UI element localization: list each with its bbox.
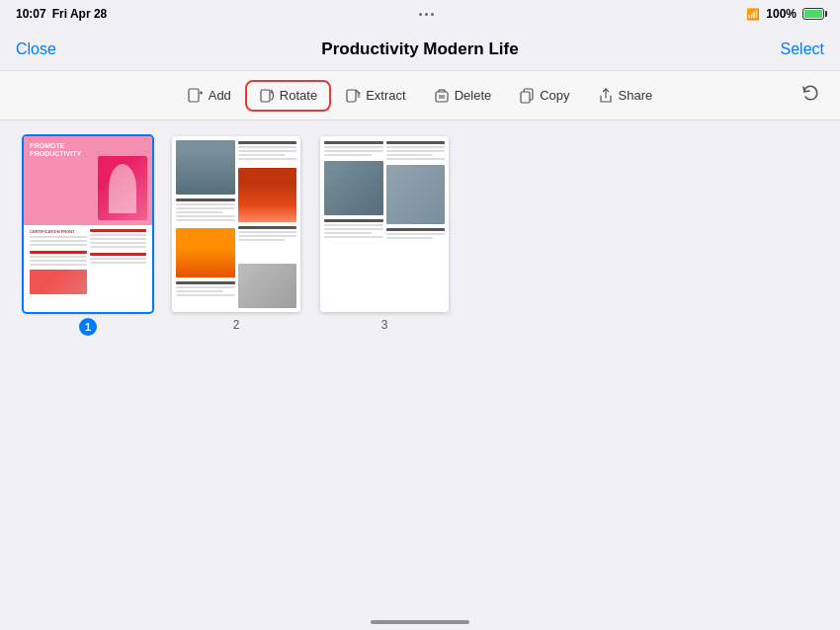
page2-inner — [172, 136, 300, 312]
battery-icon — [802, 8, 824, 20]
svg-rect-0 — [189, 89, 199, 102]
text-line — [324, 232, 372, 234]
copy-button[interactable]: Copy — [507, 82, 581, 110]
add-label: Add — [209, 88, 231, 103]
text-line — [176, 207, 235, 209]
page1-col2 — [90, 229, 147, 308]
text-line — [30, 240, 87, 242]
dots-menu — [419, 13, 434, 16]
text-line — [386, 146, 446, 148]
text-line — [238, 231, 297, 233]
page-3-thumbnail[interactable] — [320, 136, 449, 312]
page-2-thumbnail[interactable] — [172, 136, 300, 312]
section-title-1: CERTIFICATION FRONT — [30, 229, 87, 234]
text-line — [176, 198, 235, 201]
page2-img-hand — [238, 264, 297, 308]
text-line — [30, 264, 87, 266]
close-button[interactable]: Close — [16, 40, 56, 58]
text-line — [324, 219, 383, 222]
page-2-container[interactable]: 2 — [172, 136, 300, 332]
battery-fill — [804, 10, 822, 18]
dot2 — [425, 13, 428, 16]
delete-icon — [434, 88, 450, 104]
copy-icon — [519, 88, 535, 104]
page3-text1 — [324, 140, 383, 158]
page2-text2 — [176, 280, 235, 308]
page2-img-light — [176, 228, 235, 277]
rotate-label: Rotate — [280, 88, 317, 103]
page-1-number: 1 — [85, 321, 91, 333]
text-line — [238, 235, 297, 237]
text-line — [90, 246, 147, 248]
page3-col2 — [386, 140, 446, 308]
page1-hero-image — [98, 156, 147, 220]
page-3-number: 3 — [381, 318, 388, 332]
copy-label: Copy — [540, 88, 569, 103]
share-icon — [598, 88, 614, 104]
rotate-icon — [259, 88, 275, 104]
page1-top: PROMOTE PRODUCTIVITY — [24, 136, 152, 225]
page-1-thumbnail[interactable]: PROMOTE PRODUCTIVITY CERTIFICATION FRONT — [24, 136, 152, 312]
share-button[interactable]: Share — [586, 82, 665, 110]
page-1-badge: 1 — [79, 318, 97, 336]
text-line — [176, 294, 235, 296]
rotate-button[interactable]: Rotate — [247, 82, 329, 110]
toolbar: Add Rotate Extract Delete — [0, 71, 840, 120]
text-line — [90, 258, 147, 260]
text-line — [324, 228, 383, 230]
status-left: 10:07 Fri Apr 28 — [16, 7, 107, 21]
extract-label: Extract — [366, 88, 405, 103]
text-line — [30, 260, 87, 262]
svg-rect-3 — [261, 90, 270, 102]
text-line — [386, 228, 446, 231]
wifi-icon: 📶 — [746, 8, 760, 21]
page1-bottom: CERTIFICATION FRONT — [24, 225, 152, 312]
text-line — [324, 224, 383, 226]
home-indicator — [371, 620, 469, 624]
text-line — [238, 226, 297, 229]
dot3 — [431, 13, 434, 16]
text-line — [386, 158, 446, 160]
text-line — [176, 290, 223, 292]
page-2-number: 2 — [233, 318, 240, 332]
text-line — [324, 141, 383, 144]
page-3-container[interactable]: 3 — [320, 136, 449, 332]
text-line — [386, 237, 434, 239]
text-line — [176, 286, 235, 288]
select-button[interactable]: Select — [781, 40, 824, 58]
status-right: 📶 100% — [746, 7, 824, 21]
delete-button[interactable]: Delete — [422, 82, 504, 110]
undo-button[interactable] — [793, 79, 828, 112]
date-label: Fri Apr 28 — [52, 7, 108, 21]
battery-label: 100% — [766, 7, 797, 21]
text-line — [238, 150, 297, 152]
text-line — [176, 281, 235, 284]
status-bar: 10:07 Fri Apr 28 📶 100% — [0, 0, 840, 28]
text-line — [238, 146, 297, 148]
add-button[interactable]: Add — [176, 82, 243, 110]
text-line — [324, 236, 383, 238]
text-line — [90, 238, 147, 240]
page3-text4 — [386, 227, 446, 308]
text-line — [30, 256, 87, 258]
text-line — [324, 146, 383, 148]
extract-button[interactable]: Extract — [333, 82, 417, 110]
page1-col1: CERTIFICATION FRONT — [30, 229, 87, 308]
text-line — [324, 154, 372, 156]
page2-text4 — [238, 225, 297, 261]
page-3-label: 3 — [381, 318, 388, 332]
page-2-label: 2 — [233, 318, 240, 332]
text-line — [30, 236, 87, 238]
text-line — [238, 158, 297, 160]
share-label: Share — [619, 88, 653, 103]
page-1-container[interactable]: PROMOTE PRODUCTIVITY CERTIFICATION FRONT — [24, 136, 152, 336]
dot1 — [419, 13, 422, 16]
time-label: 10:07 — [16, 7, 46, 21]
text-line — [90, 234, 147, 236]
page3-col1 — [324, 140, 383, 308]
text-line — [176, 211, 223, 213]
text-line — [238, 154, 286, 156]
page2-col2 — [238, 140, 297, 308]
page2-col1 — [176, 140, 235, 308]
text-line — [238, 141, 297, 144]
